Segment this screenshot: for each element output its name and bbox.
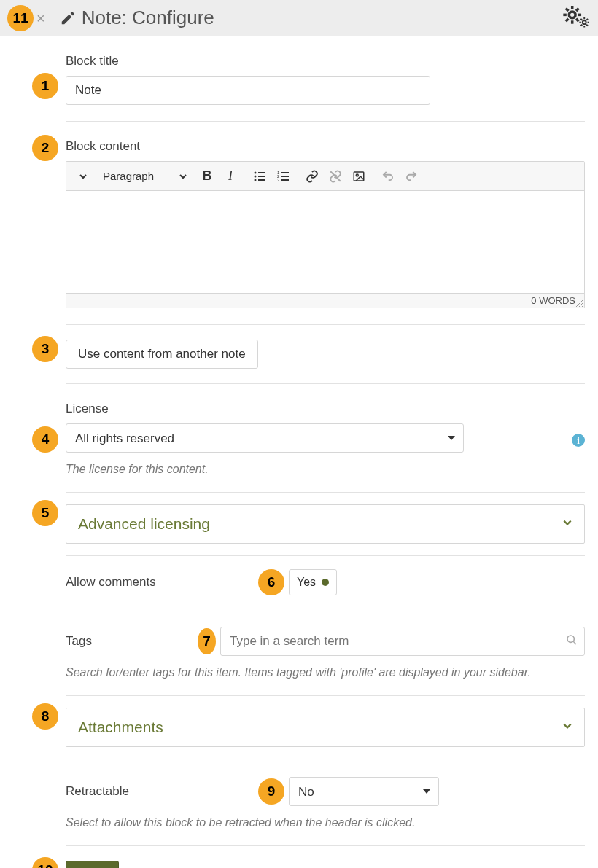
- rich-text-editor: Paragraph B I 123: [66, 161, 585, 308]
- advanced-licensing-accordion[interactable]: Advanced licensing: [66, 504, 585, 544]
- section-retractable: Retractable 9 No Select to allow this bl…: [66, 759, 585, 846]
- search-icon: [566, 634, 578, 649]
- use-content-label: Use content from another note: [78, 347, 246, 361]
- svg-rect-29: [281, 179, 289, 181]
- badge-4: 4: [32, 426, 58, 453]
- image-button[interactable]: [348, 165, 370, 187]
- badge-11: 11: [7, 5, 34, 31]
- svg-line-14: [580, 18, 582, 20]
- svg-rect-19: [258, 172, 265, 173]
- svg-rect-27: [281, 176, 289, 177]
- save-button[interactable]: Save: [66, 861, 119, 868]
- tags-help: Search for/enter tags for this item. Ite…: [66, 666, 585, 679]
- word-count: 0 WORDS: [531, 295, 575, 306]
- retractable-label: Retractable: [66, 784, 258, 799]
- bold-button[interactable]: B: [196, 165, 218, 187]
- use-content-button[interactable]: Use content from another note: [66, 340, 258, 369]
- svg-line-17: [586, 18, 588, 20]
- chevron-down-icon: [562, 517, 572, 531]
- format-select[interactable]: Paragraph: [96, 165, 195, 187]
- block-title-label: Block title: [66, 54, 585, 69]
- modal-header: 11 × Note: Configure: [0, 0, 598, 36]
- section-allow-comments: Allow comments 6 Yes: [66, 556, 585, 609]
- editor-menu-toggle[interactable]: [72, 165, 94, 187]
- badge-10: 10: [32, 857, 58, 868]
- svg-point-0: [569, 11, 575, 17]
- toggle-indicator: [322, 579, 329, 586]
- svg-line-40: [573, 641, 576, 644]
- editor-toolbar: Paragraph B I 123: [66, 162, 584, 191]
- badge-8: 8: [32, 703, 58, 730]
- section-use-content: 3 Use content from another note: [66, 325, 585, 384]
- svg-line-16: [580, 24, 582, 26]
- svg-rect-21: [258, 176, 265, 177]
- badge-1: 1: [32, 73, 58, 99]
- svg-point-32: [356, 174, 358, 176]
- italic-button[interactable]: I: [220, 165, 241, 187]
- svg-rect-25: [281, 172, 289, 173]
- section-license: 4 i License All rights reserved The lice…: [66, 384, 585, 493]
- svg-text:i: i: [577, 435, 580, 446]
- info-icon[interactable]: i: [572, 434, 585, 447]
- editor-body[interactable]: [66, 191, 584, 293]
- numbered-list-button[interactable]: 123: [272, 165, 294, 187]
- chevron-down-icon: [562, 721, 572, 734]
- badge-6: 6: [258, 569, 284, 595]
- svg-point-22: [255, 179, 257, 181]
- tags-search-input[interactable]: [220, 627, 585, 656]
- section-attachments: 8 Attachments: [66, 696, 585, 759]
- license-select[interactable]: All rights reserved: [66, 423, 464, 453]
- svg-line-8: [576, 8, 579, 11]
- redo-button[interactable]: [400, 165, 422, 187]
- tags-label: Tags: [66, 634, 198, 649]
- svg-line-15: [586, 24, 588, 26]
- svg-point-20: [255, 175, 257, 177]
- attachments-accordion[interactable]: Attachments: [66, 708, 585, 747]
- gears-icon[interactable]: [563, 6, 589, 31]
- badge-9: 9: [258, 778, 284, 805]
- badge-2: 2: [32, 135, 58, 161]
- section-block-title: 1 Block title: [66, 36, 585, 122]
- svg-rect-23: [258, 179, 265, 181]
- editor-status-bar: 0 WORDS: [66, 293, 584, 308]
- svg-point-9: [583, 20, 586, 24]
- svg-line-35: [582, 305, 583, 307]
- svg-point-18: [255, 171, 257, 173]
- svg-text:3: 3: [277, 178, 280, 182]
- unlink-button[interactable]: [325, 165, 346, 187]
- retractable-help: Select to allow this block to be retract…: [66, 816, 585, 829]
- svg-rect-31: [354, 172, 364, 181]
- section-block-content: 2 Block content Paragraph B I 123: [66, 122, 585, 325]
- allow-comments-toggle[interactable]: Yes: [289, 569, 337, 595]
- close-icon[interactable]: ×: [36, 11, 45, 26]
- modal-title: Note: Configure: [82, 7, 214, 29]
- undo-button[interactable]: [377, 165, 399, 187]
- svg-line-6: [576, 18, 579, 21]
- resize-handle[interactable]: [576, 300, 583, 307]
- section-advanced-licensing: 5 Advanced licensing: [66, 493, 585, 556]
- advanced-licensing-label: Advanced licensing: [78, 515, 210, 533]
- section-tags: Tags 7 Search for/enter tags for this it…: [66, 609, 585, 696]
- svg-line-7: [566, 18, 569, 21]
- svg-point-39: [567, 636, 574, 642]
- license-help: The license for this content.: [66, 463, 585, 476]
- svg-line-5: [566, 8, 569, 11]
- bullet-list-button[interactable]: [249, 165, 271, 187]
- allow-comments-value: Yes: [297, 576, 316, 589]
- format-select-value: Paragraph: [103, 170, 154, 182]
- license-label: License: [66, 402, 585, 416]
- badge-3: 3: [32, 336, 58, 362]
- badge-7: 7: [198, 628, 216, 654]
- retractable-select[interactable]: No: [289, 777, 439, 806]
- attachments-label: Attachments: [78, 719, 163, 736]
- block-title-input[interactable]: [66, 76, 430, 105]
- allow-comments-label: Allow comments: [66, 575, 258, 590]
- link-button[interactable]: [301, 165, 323, 187]
- badge-5: 5: [32, 500, 58, 526]
- edit-icon: [60, 10, 76, 26]
- block-content-label: Block content: [66, 139, 585, 154]
- footer: 10 Save Cancel: [66, 846, 585, 868]
